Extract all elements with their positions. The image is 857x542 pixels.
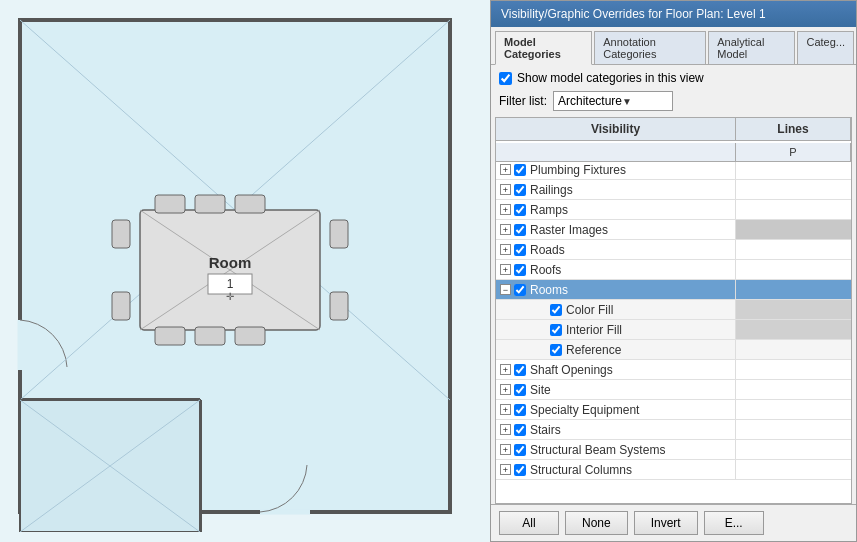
all-button[interactable]: All — [499, 511, 559, 535]
row-name-cell: −Rooms — [496, 280, 736, 299]
row-checkbox[interactable] — [514, 244, 526, 256]
row-name-cell: +Roads — [496, 240, 736, 259]
row-label: Plumbing Fixtures — [530, 163, 626, 177]
row-checkbox[interactable] — [514, 224, 526, 236]
table-header: Visibility Lines — [496, 118, 851, 141]
row-label: Specialty Equipment — [530, 403, 639, 417]
row-label: Interior Fill — [566, 323, 622, 337]
row-label: Roofs — [530, 263, 561, 277]
expand-icon[interactable]: + — [500, 204, 511, 215]
show-categories-checkbox[interactable] — [499, 72, 512, 85]
table-row[interactable]: +Site — [496, 380, 851, 400]
row-name-cell: +Railings — [496, 180, 736, 199]
expand-button[interactable]: E... — [704, 511, 764, 535]
expand-icon[interactable]: + — [500, 264, 511, 275]
row-data-cell — [736, 340, 851, 359]
visibility-table[interactable]: Visibility Lines P +Plumbing Fixtures+Ra… — [495, 117, 852, 504]
table-row[interactable]: +Shaft Openings — [496, 360, 851, 380]
expand-icon[interactable]: + — [500, 384, 511, 395]
row-data-cell — [736, 360, 851, 379]
table-row[interactable]: Color Fill — [496, 300, 851, 320]
row-label: Color Fill — [566, 303, 613, 317]
table-sub-header: P — [496, 143, 851, 162]
row-checkbox[interactable] — [550, 324, 562, 336]
tab-annotation-categories[interactable]: Annotation Categories — [594, 31, 706, 64]
row-name-cell: Interior Fill — [496, 320, 736, 339]
row-data-cell — [736, 300, 851, 319]
table-row[interactable]: +Ramps — [496, 200, 851, 220]
row-checkbox[interactable] — [514, 184, 526, 196]
expand-icon[interactable]: + — [500, 464, 511, 475]
tab-model-categories[interactable]: Model Categories — [495, 31, 592, 65]
table-row[interactable]: +Structural Beam Systems — [496, 440, 851, 460]
table-row[interactable]: +Railings — [496, 180, 851, 200]
row-checkbox[interactable] — [514, 444, 526, 456]
row-checkbox[interactable] — [514, 424, 526, 436]
table-row[interactable]: Interior Fill — [496, 320, 851, 340]
row-label: Rooms — [530, 283, 568, 297]
row-checkbox[interactable] — [514, 164, 526, 176]
col-lines-header: Lines — [736, 118, 851, 140]
table-row[interactable]: +Stairs — [496, 420, 851, 440]
row-checkbox[interactable] — [514, 464, 526, 476]
filter-dropdown[interactable]: Architecture ▼ — [553, 91, 673, 111]
table-row[interactable]: −Rooms — [496, 280, 851, 300]
table-row[interactable]: +Structural Columns — [496, 460, 851, 480]
visibility-dialog: Visibility/Graphic Overrides for Floor P… — [490, 0, 857, 542]
expand-icon[interactable]: + — [500, 224, 511, 235]
row-data-cell — [736, 400, 851, 419]
filter-row: Filter list: Architecture ▼ — [499, 91, 848, 111]
row-name-cell: +Site — [496, 380, 736, 399]
expand-icon[interactable]: + — [500, 244, 511, 255]
row-label: Structural Beam Systems — [530, 443, 665, 457]
row-checkbox[interactable] — [550, 344, 562, 356]
expand-icon[interactable]: + — [500, 424, 511, 435]
svg-rect-9 — [155, 195, 185, 213]
row-checkbox[interactable] — [514, 264, 526, 276]
row-checkbox[interactable] — [514, 364, 526, 376]
none-button[interactable]: None — [565, 511, 628, 535]
table-row[interactable]: +Plumbing Fixtures — [496, 160, 851, 180]
row-data-cell — [736, 460, 851, 479]
svg-text:1: 1 — [227, 277, 234, 291]
svg-rect-13 — [195, 327, 225, 345]
expand-icon[interactable]: + — [500, 404, 511, 415]
show-categories-row: Show model categories in this view — [499, 71, 848, 85]
row-name-cell: +Shaft Openings — [496, 360, 736, 379]
invert-button[interactable]: Invert — [634, 511, 698, 535]
expand-icon[interactable]: + — [500, 444, 511, 455]
row-label: Roads — [530, 243, 565, 257]
table-row[interactable]: Reference — [496, 340, 851, 360]
row-checkbox[interactable] — [550, 304, 562, 316]
chevron-down-icon: ▼ — [622, 96, 668, 107]
filter-label: Filter list: — [499, 94, 547, 108]
row-checkbox[interactable] — [514, 404, 526, 416]
row-checkbox[interactable] — [514, 284, 526, 296]
svg-rect-17 — [330, 220, 348, 248]
row-data-cell — [736, 160, 851, 179]
expand-icon[interactable]: + — [500, 184, 511, 195]
expand-icon[interactable]: + — [500, 164, 511, 175]
row-name-cell: +Roofs — [496, 260, 736, 279]
svg-text:Room: Room — [209, 254, 252, 271]
row-name-cell: +Plumbing Fixtures — [496, 160, 736, 179]
table-row[interactable]: +Specialty Equipment — [496, 400, 851, 420]
tab-analytical-model[interactable]: Analytical Model — [708, 31, 795, 64]
row-name-cell: +Structural Columns — [496, 460, 736, 479]
row-label: Structural Columns — [530, 463, 632, 477]
row-checkbox[interactable] — [514, 204, 526, 216]
table-row[interactable]: +Roads — [496, 240, 851, 260]
tab-categ[interactable]: Categ... — [797, 31, 854, 64]
svg-rect-18 — [330, 292, 348, 320]
table-row[interactable]: +Roofs — [496, 260, 851, 280]
row-checkbox[interactable] — [514, 384, 526, 396]
floor-plan-area: Room 1 ✛ — [0, 0, 490, 542]
expand-icon[interactable]: + — [500, 364, 511, 375]
expand-icon[interactable]: − — [500, 284, 511, 295]
table-row[interactable]: +Raster Images — [496, 220, 851, 240]
row-label: Reference — [566, 343, 621, 357]
table-body: +Plumbing Fixtures+Railings+Ramps+Raster… — [496, 160, 851, 480]
svg-rect-16 — [112, 292, 130, 320]
row-data-cell — [736, 280, 851, 299]
row-data-cell — [736, 320, 851, 339]
